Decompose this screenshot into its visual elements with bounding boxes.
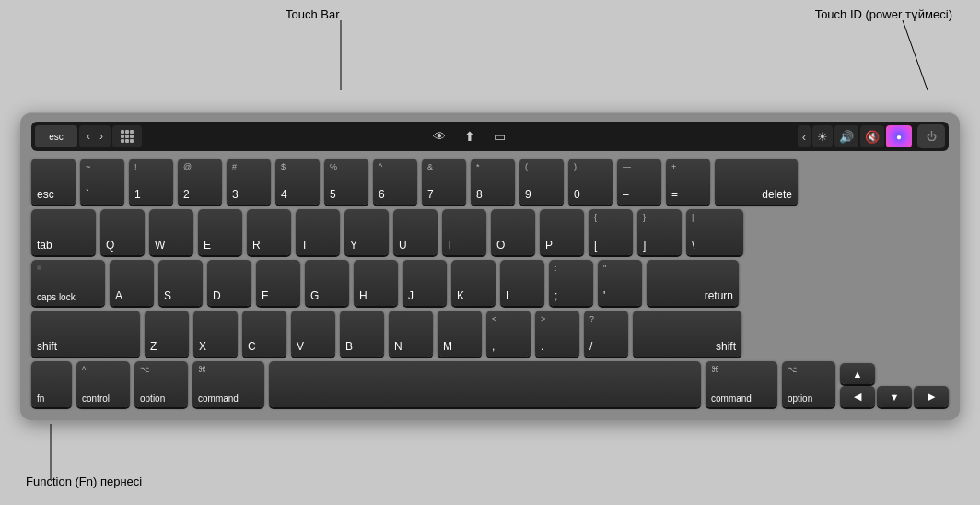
key-p[interactable]: P (540, 209, 584, 255)
key-d[interactable]: D (207, 260, 251, 306)
key-slash[interactable]: ?/ (584, 311, 628, 357)
key-7-top: & (427, 162, 433, 171)
key-q-label: Q (106, 239, 114, 252)
key-a-label: A (115, 289, 122, 302)
key-9-top: ( (525, 162, 528, 171)
key-z-label: Z (150, 340, 157, 353)
key-v[interactable]: V (291, 311, 335, 357)
key-1-main: 1 (134, 188, 141, 201)
key-m-label: M (443, 340, 452, 353)
key-command-left[interactable]: ⌘ command (192, 361, 264, 407)
tb-share-btn[interactable]: ⬆ (459, 125, 481, 147)
key-tilde-main: ` (86, 188, 89, 201)
row-zxcv: shift Z X C V B N M <, >. ?/ shift (31, 311, 949, 357)
key-arrow-down[interactable]: ▼ (877, 386, 912, 407)
key-period-top: > (541, 314, 545, 323)
key-return[interactable]: return (647, 260, 739, 306)
key-r[interactable]: R (247, 209, 291, 255)
key-arrow-right[interactable]: ▶ (914, 386, 949, 407)
key-n[interactable]: N (389, 311, 433, 357)
key-space[interactable] (269, 361, 701, 407)
key-equals[interactable]: += (666, 159, 710, 205)
key-semicolon-top: : (554, 264, 557, 273)
tb-right-controls: ‹ ☀ 🔊 🔇 ● (798, 125, 912, 147)
key-comma[interactable]: <, (486, 311, 531, 357)
key-b[interactable]: B (340, 311, 384, 357)
tb-eye-btn[interactable]: 👁 (427, 125, 451, 147)
key-a[interactable]: A (110, 260, 154, 306)
tb-siri-btn[interactable]: ● (886, 125, 912, 147)
key-q[interactable]: Q (100, 209, 145, 255)
key-o[interactable]: O (491, 209, 535, 255)
key-h[interactable]: H (354, 260, 398, 306)
key-6-top: ^ (379, 162, 382, 171)
key-control[interactable]: ^ control (76, 361, 130, 407)
key-5[interactable]: %5 (324, 159, 368, 205)
key-minus[interactable]: —– (617, 159, 661, 205)
tb-grid-btn[interactable] (112, 125, 142, 147)
key-m[interactable]: M (438, 311, 482, 357)
key-0[interactable]: )0 (568, 159, 612, 205)
key-4[interactable]: $4 (275, 159, 320, 205)
key-shift-right[interactable]: shift (633, 311, 741, 357)
key-8[interactable]: *8 (471, 159, 515, 205)
key-9[interactable]: (9 (519, 159, 564, 205)
key-semicolon[interactable]: :; (549, 260, 593, 306)
touch-id-icon: ⏻ (927, 131, 937, 142)
key-2[interactable]: @2 (178, 159, 222, 205)
key-fn[interactable]: fn (31, 361, 72, 407)
key-x[interactable]: X (193, 311, 238, 357)
tb-chevron-btn[interactable]: ‹ (798, 125, 811, 147)
key-1-top: ! (134, 162, 137, 171)
key-e-label: E (204, 239, 211, 252)
tb-mute-btn[interactable]: 🔇 (860, 125, 884, 147)
key-t[interactable]: T (296, 209, 340, 255)
key-option-right[interactable]: ⌥ option (782, 361, 835, 407)
key-tilde[interactable]: ~` (80, 159, 124, 205)
tb-forward-btn[interactable]: › (96, 130, 107, 143)
key-3[interactable]: #3 (227, 159, 271, 205)
key-rbracket[interactable]: }] (637, 209, 682, 255)
key-k[interactable]: K (451, 260, 496, 306)
key-y[interactable]: Y (344, 209, 389, 255)
key-delete[interactable]: delete (715, 159, 798, 205)
key-shift-left[interactable]: shift (31, 311, 140, 357)
key-control-symbol: ^ (82, 365, 86, 374)
touch-id-btn[interactable]: ⏻ (917, 124, 945, 148)
esc-key[interactable]: esc (35, 125, 77, 147)
key-1[interactable]: !1 (129, 159, 173, 205)
key-s[interactable]: S (158, 260, 203, 306)
key-d-label: D (213, 289, 221, 302)
key-arrow-up[interactable]: ▲ (840, 363, 875, 384)
key-w[interactable]: W (149, 209, 193, 255)
key-u[interactable]: U (393, 209, 438, 255)
key-tab[interactable]: tab (31, 209, 96, 255)
key-option-left[interactable]: ⌥ option (134, 361, 188, 407)
tb-volume-btn[interactable]: 🔊 (834, 125, 858, 147)
tb-brightness-btn[interactable]: ☀ (812, 125, 833, 147)
svg-line-1 (903, 20, 928, 90)
key-e[interactable]: E (198, 209, 242, 255)
key-backslash[interactable]: |\ (686, 209, 743, 255)
key-f[interactable]: F (256, 260, 300, 306)
tb-tab-btn[interactable]: ▭ (488, 125, 511, 147)
key-j[interactable]: J (402, 260, 447, 306)
key-l[interactable]: L (500, 260, 544, 306)
key-lbracket[interactable]: {[ (589, 209, 633, 255)
key-quote[interactable]: "' (598, 260, 642, 306)
key-period-main: . (541, 340, 543, 353)
key-6[interactable]: ^6 (373, 159, 417, 205)
key-z[interactable]: Z (145, 311, 189, 357)
key-caps-lock[interactable]: caps lock (31, 260, 105, 306)
key-period[interactable]: >. (535, 311, 579, 357)
key-c-label: C (248, 340, 256, 353)
tb-back-btn[interactable]: ‹ (83, 130, 94, 143)
key-g[interactable]: G (305, 260, 349, 306)
key-command-right[interactable]: ⌘ command (706, 361, 777, 407)
key-7[interactable]: &7 (422, 159, 466, 205)
key-x-label: X (199, 340, 206, 353)
key-c[interactable]: C (242, 311, 286, 357)
key-arrow-left[interactable]: ◀ (840, 386, 875, 407)
key-i[interactable]: I (442, 209, 486, 255)
key-esc[interactable]: esc (31, 159, 76, 205)
